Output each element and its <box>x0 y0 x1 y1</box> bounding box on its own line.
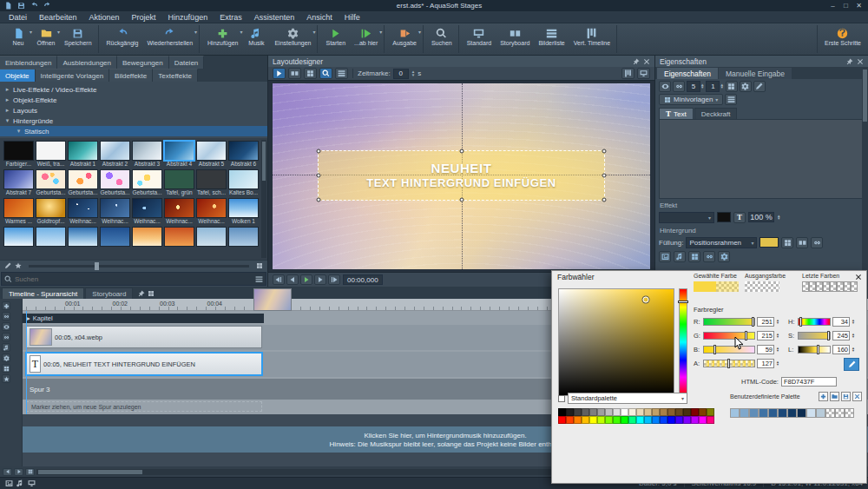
background-thumbnail-geburtsta[interactable]: Geburtsta... <box>132 169 162 196</box>
custom-color-swatch[interactable] <box>806 408 816 418</box>
tree-item-statisch[interactable]: ▾Statisch <box>0 126 267 136</box>
menu-hilfe[interactable]: Hilfe <box>339 11 366 23</box>
chapter-bar[interactable]: ▸ Kapitel <box>23 314 264 323</box>
note-icon[interactable] <box>2 343 10 352</box>
pin-icon[interactable] <box>846 58 853 65</box>
text-clip-item[interactable]: T 00:05, NEUHEIT TEXT HINTERGRUND EINFÜG… <box>26 353 262 375</box>
close-button[interactable]: ✕ <box>852 2 865 10</box>
selection-handle[interactable] <box>317 173 321 177</box>
slider-spinner[interactable]: ▲▼ <box>852 319 855 324</box>
palette-color-swatch[interactable] <box>589 416 597 424</box>
palette-color-swatch[interactable] <box>675 416 683 424</box>
text-style-button[interactable]: T <box>733 212 746 223</box>
tab-einblendungen[interactable]: Einblendungen <box>0 56 57 69</box>
add-icon[interactable] <box>2 301 10 310</box>
titlebar[interactable]: erst.ads* - AquaSoft Stages – □ ✕ <box>0 0 868 11</box>
preview-canvas[interactable]: NEUHEIT TEXT HINTERGRUND EINFÜGEN <box>273 83 650 269</box>
slider-track[interactable] <box>798 332 831 340</box>
palette-color-swatch[interactable] <box>605 416 613 424</box>
slider-thumb[interactable] <box>727 359 730 368</box>
slider-track[interactable] <box>703 318 755 326</box>
tab-intelligente-vorlagen[interactable]: Intelligente Vorlagen <box>36 69 110 82</box>
background-thumbnail-abstrakt-3[interactable]: Abstrakt 3 <box>132 141 162 168</box>
toolbar-button-erste-schritte[interactable]: Erste Schritte <box>820 25 865 53</box>
toolbar-button-vert-timeline[interactable]: Vert. Timeline <box>569 25 615 53</box>
slider-value[interactable]: 160 <box>832 345 850 354</box>
palette-color-swatch[interactable] <box>613 416 621 424</box>
custom-color-swatch[interactable] <box>759 408 768 418</box>
palette-color-swatch[interactable] <box>707 416 714 424</box>
palette-color-swatch[interactable] <box>558 416 566 424</box>
background-thumbnail-weihnac[interactable]: Weihnac... <box>164 198 194 225</box>
slider-value[interactable]: 215 <box>757 331 774 340</box>
custom-color-swatch[interactable] <box>730 408 740 418</box>
slider-track[interactable] <box>703 332 755 340</box>
toolbar-button-ausgabe[interactable]: Ausgabe▾ <box>388 25 421 53</box>
hue-slider[interactable] <box>679 288 687 396</box>
toolbar-button-standard[interactable]: Standard <box>463 25 496 53</box>
background-thumbnail-kaltes-bo[interactable]: Kaltes Bo... <box>228 169 259 196</box>
zoom-out-button[interactable] <box>25 468 35 476</box>
recent-color-swatch[interactable] <box>823 281 830 292</box>
background-thumbnail[interactable] <box>196 227 227 254</box>
slider-value[interactable]: 245 <box>832 331 850 340</box>
tab-storyboard[interactable]: Storyboard <box>85 287 133 299</box>
chevron-down-icon[interactable]: ▾ <box>16 128 22 135</box>
template-options-button[interactable] <box>725 94 737 105</box>
dropdown-caret-icon[interactable]: ▾ <box>312 29 315 35</box>
grid-icon[interactable] <box>148 290 155 297</box>
edit-color-button[interactable] <box>844 358 859 371</box>
slider-value[interactable]: 251 <box>757 317 774 327</box>
grid-icon[interactable] <box>726 81 738 92</box>
slider-thumb[interactable] <box>713 345 716 354</box>
pattern-button[interactable] <box>796 237 808 248</box>
selection-handle[interactable] <box>317 149 321 154</box>
new-track-dropzone[interactable]: Marker ziehen, um neue Spur anzulegen <box>26 401 262 412</box>
palette-color-swatch[interactable] <box>667 416 675 424</box>
tab-ausblendungen[interactable]: Ausblendungen <box>57 56 117 69</box>
fuellung-dropdown[interactable]: Positionsrahmen▾ <box>686 237 757 248</box>
chevron-right-icon[interactable]: ▸ <box>4 107 10 114</box>
subtab-deckkraft[interactable]: Deckkraft <box>694 108 738 119</box>
note-icon[interactable] <box>674 251 686 262</box>
custom-color-swatch[interactable] <box>787 408 797 418</box>
zoom-tool-button[interactable] <box>319 68 332 79</box>
palette-color-swatch[interactable] <box>597 416 605 424</box>
close-icon[interactable] <box>857 58 864 65</box>
slider-track[interactable] <box>798 346 831 354</box>
maximize-button[interactable]: □ <box>839 2 852 10</box>
color-picker-dialog[interactable]: Farbwähler Gewählte Farbe Ausgangsfarbe … <box>551 270 867 484</box>
toolbar-button-wiederherstellen[interactable]: Wiederherstellen▾ <box>143 25 198 53</box>
dropdown-caret-icon[interactable]: ▾ <box>418 29 421 35</box>
html-code-input[interactable] <box>781 377 837 387</box>
background-thumbnail[interactable] <box>100 227 130 254</box>
background-thumbnail[interactable] <box>228 227 259 254</box>
background-thumbnail-warmes[interactable]: Warmes ... <box>3 198 34 225</box>
toolbar-button-speichern[interactable]: Speichern <box>60 25 96 53</box>
playhead[interactable] <box>26 311 27 414</box>
toolbar-button-hinzufügen[interactable]: Hinzufügen▾ <box>203 25 242 53</box>
selection-handle[interactable] <box>459 197 464 202</box>
slider-value[interactable]: 127 <box>757 359 774 368</box>
palette-color-swatch[interactable] <box>675 408 683 416</box>
stepper-arrows[interactable]: ▲▼ <box>720 83 723 89</box>
hue-marker[interactable] <box>678 301 688 303</box>
text-content-area[interactable] <box>659 119 865 199</box>
redo-icon[interactable] <box>42 1 52 10</box>
link-button[interactable] <box>811 237 823 248</box>
search-input[interactable] <box>15 275 253 283</box>
effekt-color-swatch[interactable] <box>717 212 731 222</box>
palette-color-swatch[interactable] <box>628 408 636 416</box>
selection-handle[interactable] <box>317 197 321 202</box>
effekt-percent-value[interactable]: 100 % <box>748 212 774 222</box>
magnet-icon[interactable] <box>2 312 10 320</box>
palette-color-swatch[interactable] <box>582 416 589 424</box>
close-icon[interactable] <box>643 58 650 65</box>
background-thumbnail-weiß-tra[interactable]: Weiß, tra... <box>36 141 66 168</box>
shape-tool-button[interactable] <box>288 68 301 79</box>
dropdown-caret-icon[interactable]: ▾ <box>194 29 197 35</box>
eye-icon[interactable] <box>2 322 10 331</box>
slider-spinner[interactable]: ▲▼ <box>776 347 779 352</box>
menu-bearbeiten[interactable]: Bearbeiten <box>33 11 83 23</box>
tree-item-hintergründe[interactable]: ▾Hintergründe <box>0 116 267 126</box>
